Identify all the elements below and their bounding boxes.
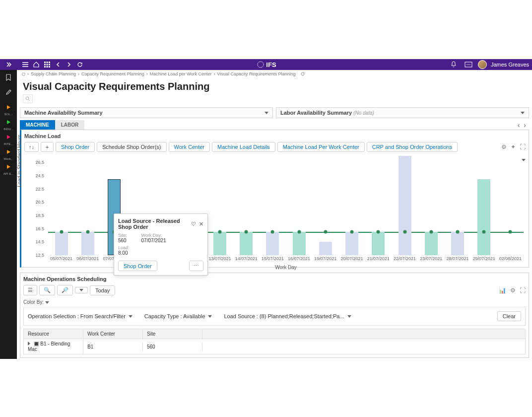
close-icon[interactable]: ✕ — [199, 221, 203, 227]
machine-load-chart: Load in Standard Hours 12.514.516.518.52… — [24, 156, 526, 265]
x-axis-label: Work Day — [275, 265, 297, 270]
table-row[interactable]: 🔳 B1 - Blending Mac B1 560 — [24, 339, 525, 354]
svg-rect-0 — [44, 62, 46, 63]
capacity-type-filter[interactable]: Capacity Type : Available — [144, 313, 212, 319]
svg-point-9 — [258, 62, 264, 68]
th-site[interactable]: Site — [143, 329, 202, 339]
user-avatar[interactable] — [478, 60, 487, 69]
resource-table: Resource Work Center Site 🔳 B1 - Blendin… — [23, 329, 526, 354]
expand-icon[interactable]: ⛶ — [520, 143, 526, 150]
sidebar-item-indu[interactable]: INDU... — [0, 115, 17, 130]
load-source-filter[interactable]: Load Source : (8) Planned;Released;Start… — [224, 313, 351, 319]
bc-item[interactable]: Machine Load per Work Center — [150, 71, 212, 76]
clear-filters-button[interactable]: Clear — [497, 311, 521, 321]
svg-rect-3 — [44, 64, 46, 66]
labor-availability-summary-panel[interactable]: Labor Availability Summary (No data) — [276, 107, 529, 118]
page-title: Visual Capacity Requirements Planning — [17, 78, 532, 94]
machine-load-header: Machine Load — [24, 132, 526, 142]
top-bar: IFS James Greaves — [17, 59, 532, 70]
svg-rect-8 — [49, 66, 50, 68]
sidebar-item-api[interactable]: API E... — [0, 159, 17, 174]
favorite-icon[interactable]: ♡ — [191, 221, 196, 227]
list-view-button[interactable]: ☰ — [23, 285, 37, 295]
next-icon[interactable]: › — [524, 121, 526, 129]
record-indicator — [22, 72, 25, 76]
chart-view-icon[interactable]: 📊 — [499, 287, 506, 294]
sidebar-item-sol[interactable]: SOL... — [0, 100, 17, 115]
expand-row-icon[interactable] — [28, 342, 30, 346]
tab-machine[interactable]: MACHINE — [20, 120, 55, 130]
refresh-icon[interactable] — [300, 71, 305, 76]
svg-point-11 — [26, 97, 29, 100]
zoom-in-button[interactable]: 🔍 — [39, 285, 55, 295]
y-axis-label: Load in Standard Hours — [17, 135, 22, 187]
add-button[interactable]: + — [41, 142, 54, 152]
chevron-down-icon — [521, 112, 525, 114]
bc-item[interactable]: Visual Capacity Requirements Planning — [217, 71, 296, 76]
home-icon[interactable] — [31, 59, 42, 70]
svg-rect-2 — [49, 62, 50, 63]
popover-more-button[interactable]: ⋯ — [189, 261, 203, 271]
svg-rect-6 — [44, 66, 46, 68]
apps-icon[interactable] — [42, 59, 53, 70]
th-resource[interactable]: Resource — [24, 329, 83, 339]
sidebar-item-inte[interactable]: INTE... — [0, 130, 17, 144]
back-icon[interactable] — [53, 59, 64, 70]
bc-item[interactable]: Capacity Requirement Planning — [81, 71, 144, 76]
svg-rect-1 — [47, 62, 48, 63]
operation-selection-filter[interactable]: Operation Selection : From Search/Filter — [28, 313, 133, 319]
popover-shop-order-button[interactable]: Shop Order — [118, 261, 157, 271]
th-work-center[interactable]: Work Center — [83, 329, 143, 339]
tab-labor[interactable]: LABOR — [55, 120, 85, 130]
left-rail: SOL... INDU... INTE... Work... API E... — [0, 59, 17, 359]
schedule-shop-orders-button[interactable]: Schedule Shop Order(s) — [97, 142, 167, 152]
bell-icon[interactable] — [448, 59, 459, 70]
support-icon[interactable] — [463, 59, 474, 70]
bc-item[interactable]: Supply Chain Planning — [31, 71, 76, 76]
scheduling-header: Machine Operations Scheduling — [23, 276, 526, 285]
rail-expand-button[interactable] — [0, 59, 17, 70]
refresh-icon[interactable] — [74, 59, 85, 70]
crp-ops-button[interactable]: CRP and Shop Order Operations — [367, 142, 458, 152]
machine-load-details-button[interactable]: Machine Load Details — [212, 142, 275, 152]
svg-rect-5 — [49, 64, 50, 66]
svg-rect-4 — [47, 64, 48, 66]
sort-button[interactable]: ↑↓ — [24, 142, 39, 152]
settings-icon[interactable]: ⚙ — [501, 143, 507, 150]
dropdown-button[interactable] — [75, 287, 88, 293]
config-icon[interactable]: ✦ — [511, 143, 516, 150]
chart-tooltip-popover: Load Source - Released Shop Order ♡ ✕ Si… — [114, 213, 208, 276]
machine-load-per-wc-button[interactable]: Machine Load Per Work Center — [277, 142, 365, 152]
page-search-input[interactable] — [23, 94, 33, 103]
work-center-button[interactable]: Work Center — [169, 142, 210, 152]
svg-rect-7 — [47, 66, 48, 68]
breadcrumb: › Supply Chain Planning› Capacity Requir… — [17, 70, 532, 78]
today-button[interactable]: Today — [90, 285, 115, 295]
shop-order-button[interactable]: Shop Order — [56, 142, 95, 152]
menu-icon[interactable] — [20, 59, 31, 70]
brand-logo: IFS — [85, 61, 448, 69]
zoom-out-button[interactable]: 🔎 — [57, 285, 73, 295]
machine-availability-summary-panel[interactable]: Machine Availability Summary — [20, 107, 273, 118]
user-name[interactable]: James Greaves — [491, 62, 529, 68]
sidebar-item-work[interactable]: Work... — [0, 144, 17, 159]
bookmark-icon[interactable] — [0, 70, 17, 85]
edit-icon[interactable] — [0, 85, 17, 100]
popover-title: Load Source - Released Shop Order — [118, 218, 191, 230]
prev-icon[interactable]: ‹ — [518, 121, 520, 129]
color-by-dropdown[interactable]: Color By: — [23, 299, 49, 305]
expand-icon[interactable]: ⛶ — [520, 287, 526, 294]
chevron-down-icon — [265, 112, 268, 114]
forward-icon[interactable] — [64, 59, 74, 70]
settings-icon[interactable]: ⚙ — [510, 287, 516, 294]
